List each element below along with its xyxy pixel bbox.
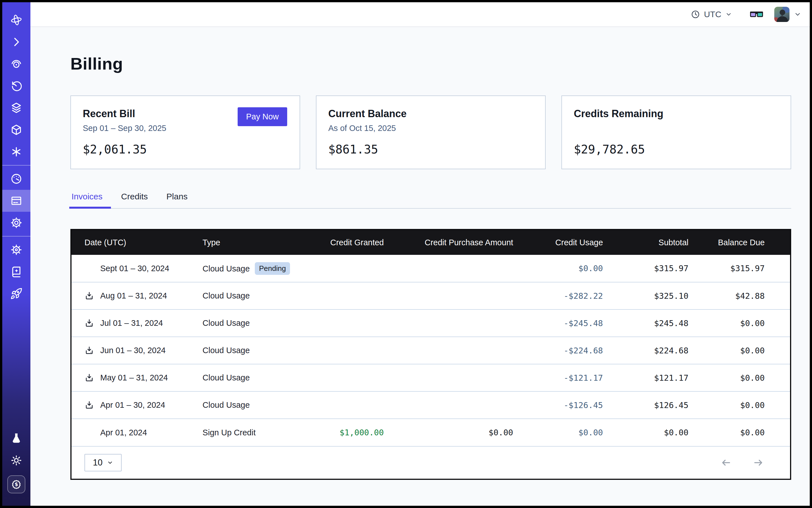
svg-text:$: $	[15, 481, 18, 487]
credits-dollar-seal-icon: $	[10, 478, 22, 490]
invoice-date: Jun 01 – 30, 2024	[100, 346, 166, 355]
table-row: May 01 – 31, 2024 Cloud Usage -$121.17 $…	[72, 364, 790, 391]
subtotal-cell: $325.10	[605, 282, 690, 309]
app-window: $ UTC	[0, 0, 812, 508]
timezone-label: UTC	[704, 9, 721, 19]
download-invoice-icon[interactable]	[84, 400, 94, 410]
orbit-logo[interactable]	[2, 9, 31, 31]
credit-granted-cell	[296, 364, 385, 391]
card-title: Current Balance	[328, 108, 532, 120]
download-invoice-icon[interactable]	[84, 346, 94, 355]
balance-due-cell: $0.00	[690, 364, 790, 391]
asterisk-icon[interactable]	[2, 141, 31, 163]
history-clock-icon[interactable]	[2, 75, 31, 97]
sidebar-divider	[2, 236, 31, 237]
usage-gauge-icon[interactable]	[2, 168, 31, 190]
invoice-type: Sign Up Credit	[203, 428, 256, 437]
download-invoice-icon[interactable]	[84, 319, 94, 328]
credit-granted-cell	[296, 255, 385, 282]
support-helm-icon[interactable]	[2, 239, 31, 261]
expand-chevron-icon[interactable]	[2, 31, 31, 53]
tab-credits[interactable]: Credits	[120, 192, 149, 208]
status-badge: Pending	[255, 262, 290, 275]
sidebar-divider	[2, 165, 31, 166]
invoice-date: Apr 01 – 30, 2024	[100, 400, 165, 410]
settings-gear-icon[interactable]	[2, 212, 31, 234]
package-cube-icon[interactable]	[2, 119, 31, 141]
invoice-type: Cloud Usage	[203, 264, 250, 273]
credit-usage-cell: -$245.48	[515, 309, 605, 337]
page-title: Billing	[71, 54, 791, 74]
credit-purchase-cell	[385, 391, 515, 419]
column-header: Type	[201, 230, 296, 255]
docs-book-sparkle-icon[interactable]	[2, 261, 31, 283]
invoice-date: Jul 01 – 31, 2024	[100, 319, 163, 328]
invoice-date: Apr 01, 2024	[100, 428, 147, 437]
page-size-value: 10	[93, 458, 102, 468]
credits-remaining-amount: $29,782.65	[574, 142, 778, 156]
invoice-date: Aug 01 – 31, 2024	[100, 291, 167, 300]
invoice-type: Cloud Usage	[203, 400, 250, 410]
layers-icon[interactable]	[2, 97, 31, 119]
clock-icon	[691, 10, 700, 19]
credit-purchase-cell	[385, 337, 515, 364]
download-invoice-icon[interactable]	[84, 291, 94, 301]
chevron-down-icon	[725, 11, 732, 18]
credit-usage-cell: $0.00	[515, 419, 605, 446]
account-menu-chevron-icon[interactable]	[794, 11, 801, 18]
balance-due-cell: $315.97	[690, 255, 790, 282]
billing-card-icon[interactable]	[2, 190, 31, 212]
3d-glasses-icon	[750, 10, 764, 18]
theme-sun-icon[interactable]	[2, 450, 31, 471]
recent-bill-amount: $2,061.35	[83, 142, 287, 156]
credit-usage-cell: -$282.22	[515, 282, 605, 309]
pagination: 10	[72, 446, 790, 479]
recent-bill-card: Recent Bill Sep 01 – Sep 30, 2025 $2,061…	[71, 95, 300, 169]
tab-plans[interactable]: Plans	[165, 192, 189, 208]
balance-due-cell: $42.88	[690, 282, 790, 309]
balance-due-cell: $0.00	[690, 309, 790, 337]
next-page-arrow-icon[interactable]	[752, 457, 764, 469]
sidebar: $	[2, 2, 31, 506]
table-row: Sept 01 – 30, 2024 Cloud UsagePending $0…	[72, 255, 790, 282]
column-header: Date (UTC)	[72, 230, 201, 255]
column-header: Balance Due	[690, 230, 790, 255]
download-invoice-icon[interactable]	[84, 373, 94, 383]
3d-glasses-button[interactable]	[750, 10, 764, 18]
subtotal-cell: $0.00	[605, 419, 690, 446]
user-avatar[interactable]	[774, 7, 789, 22]
tab-invoices[interactable]: Invoices	[71, 192, 103, 208]
balance-due-cell: $0.00	[690, 337, 790, 364]
subtotal-cell: $121.17	[605, 364, 690, 391]
credit-granted-cell: $1,000.00	[296, 419, 385, 446]
credit-purchase-cell	[385, 364, 515, 391]
subtotal-cell: $224.68	[605, 337, 690, 364]
timezone-selector[interactable]: UTC	[691, 9, 732, 19]
balance-due-cell: $0.00	[690, 419, 790, 446]
credit-granted-cell	[296, 337, 385, 364]
subtotal-cell: $245.48	[605, 309, 690, 337]
table-row: Apr 01 – 30, 2024 Cloud Usage -$126.45 $…	[72, 391, 790, 419]
main-area: UTC	[31, 2, 810, 506]
credit-granted-cell	[296, 282, 385, 309]
chevron-down-icon	[107, 460, 113, 466]
observe-eye-icon[interactable]	[2, 53, 31, 75]
pay-now-button[interactable]: Pay Now	[238, 107, 287, 126]
subtotal-cell: $315.97	[605, 255, 690, 282]
table-row: Aug 01 – 31, 2024 Cloud Usage -$282.22 $…	[72, 282, 790, 309]
invoice-type: Cloud Usage	[203, 373, 250, 382]
invoice-date: Sept 01 – 30, 2024	[100, 264, 169, 273]
invoice-type: Cloud Usage	[203, 291, 250, 300]
table-row: Apr 01, 2024 Sign Up Credit $1,000.00 $0…	[72, 419, 790, 446]
column-header: Subtotal	[605, 230, 690, 255]
credits-button[interactable]: $	[2, 471, 31, 497]
credit-usage-cell: $0.00	[515, 255, 605, 282]
column-header: Credit Usage	[515, 230, 605, 255]
page-size-select[interactable]: 10	[84, 454, 122, 471]
balance-due-cell: $0.00	[690, 391, 790, 419]
labs-flask-icon[interactable]	[2, 427, 31, 450]
billing-page: Billing Recent Bill Sep 01 – Sep 30, 202…	[31, 27, 791, 507]
rocket-icon[interactable]	[2, 283, 31, 305]
previous-page-arrow-icon[interactable]	[720, 457, 732, 469]
subtotal-cell: $126.45	[605, 391, 690, 419]
